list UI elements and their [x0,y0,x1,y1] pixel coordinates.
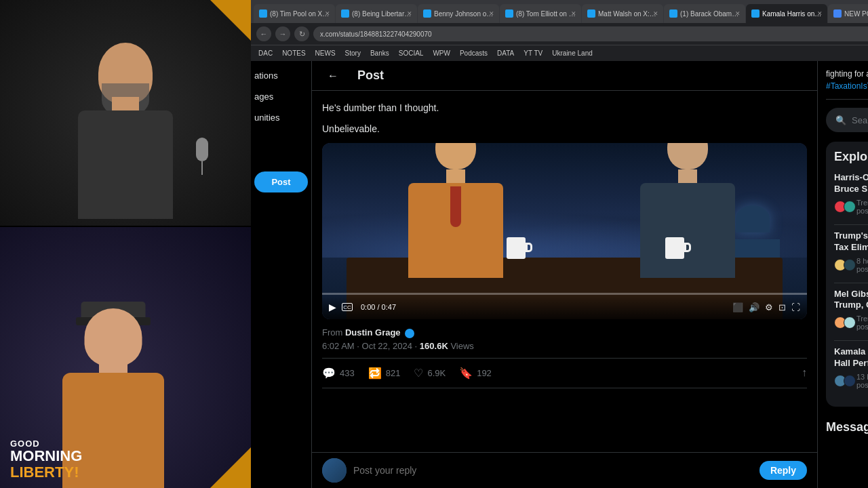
sidebar-item-notifications[interactable]: ations [254,68,308,83]
reload-button[interactable]: ↻ [294,26,309,41]
address-field[interactable]: x.com/status/1848813227404290070 [313,26,868,41]
trending-avatar-4b [844,375,856,387]
reply-icon: 💬 [322,367,336,380]
bookmark-dac[interactable]: DAC [255,47,276,60]
browser-tab-8[interactable]: NEW POD NOTES - Google... ✕ [828,4,868,23]
sidebar-item-communities[interactable]: unities [254,110,308,125]
like-count: 6.9K [427,368,446,378]
trending-item-1[interactable]: Harris-Obama Rally with Bruce Springstee… [834,172,868,215]
trending-meta-row-3: Trending now · Politics · 16 posts [834,314,868,331]
reply-button[interactable]: Reply [760,461,807,480]
bookmark-icon: 🔖 [459,367,473,380]
cc-button[interactable]: CC [342,303,353,311]
reply-action[interactable]: 💬 433 [322,367,355,380]
retweet-icon: 🔁 [368,367,382,380]
trending-headline-1: Harris-Obama Rally with Bruce Springstee… [834,172,868,195]
tab-close-7[interactable]: ✕ [815,9,825,18]
bookmark-banks[interactable]: Banks [367,47,393,60]
fullscreen-icon[interactable]: ⛶ [791,302,800,312]
reply-input[interactable] [353,465,760,476]
mug-left [507,237,527,261]
bookmark-news[interactable]: NEWS [312,47,339,60]
camera-bottom: GOOD MORNING LIBERTY ! [0,227,251,488]
back-button[interactable]: ← [322,65,344,87]
tab-close-6[interactable]: ✕ [733,9,743,18]
trending-meta-4: 13 hours ago · Politics · 55 posts [856,373,868,389]
browser-tab-2[interactable]: (8) Being Libertarian on X... ✕ [336,4,417,23]
retweet-action[interactable]: 🔁 821 [368,367,401,380]
back-nav-button[interactable]: ← [256,26,271,41]
video-container: ▶ CC 0:00 / 0:47 ⬛ 🔊 ⚙ ⊡ [322,143,807,319]
forward-nav-button[interactable]: → [275,26,290,41]
twitter-left-sidebar: ations ages unities Post [251,61,312,488]
person1-body [78,110,173,219]
bookmark-social[interactable]: SOCIAL [395,47,427,60]
bookmark-story[interactable]: Story [342,47,364,60]
volume-icon[interactable]: 🔊 [749,302,760,312]
tv-left-head [435,143,476,169]
post-meta: From Dustin Grage 6:02 AM · Oct 22, 2024… [322,327,807,351]
trending-item-2[interactable]: Trump's Federal Income Tax Elimination P… [834,230,868,273]
bookmark-ukraine[interactable]: Ukraine Land [549,47,595,60]
post-content: He's dumber than I thought. Unbelievable… [312,91,817,405]
bookmark-wpw[interactable]: WPW [429,47,454,60]
trending-item-4[interactable]: Kamala Harris' CNN Town Hall Performance… [834,346,868,389]
post-button[interactable]: Post [254,171,308,192]
settings-icon[interactable]: ⚙ [765,302,773,312]
browser-tab-3[interactable]: Benny Johnson on X: "I Bu... ✕ [418,4,499,23]
logo-morning: MORNING [10,449,82,464]
tab-bar: (8) Tim Pool on X: "Oh, My... ✕ (8) Bein… [251,0,868,23]
mug-body-left [507,237,526,259]
preview-tweet: fighting for a free world. #TaxationIsTh… [826,68,868,100]
search-box[interactable]: 🔍 Search [826,108,868,132]
mug-right [665,237,686,261]
bookmark-yttv[interactable]: YT TV [520,47,546,60]
bookmarks-bar: DAC NOTES NEWS Story Banks SOCIAL WPW Po… [251,45,868,61]
reply-avatar [322,458,347,483]
trending-avatars-3 [834,317,853,329]
bookmark-notes[interactable]: NOTES [279,47,309,60]
tab-close-3[interactable]: ✕ [487,9,496,18]
views-label: Views [450,341,473,351]
browser-chrome: (8) Tim Pool on X: "Oh, My... ✕ (8) Bein… [251,0,868,61]
bookmark-action[interactable]: 🔖 192 [459,367,492,380]
address-text: x.com/status/1848813227404290070 [320,30,432,38]
bookmark-podcasts[interactable]: Podcasts [456,47,491,60]
mug-handle-left [526,243,532,252]
address-bar-row: ← → ↻ x.com/status/1848813227404290070 ☆… [251,23,868,45]
search-placeholder-text: Search [852,115,868,125]
post-scroll-area[interactable]: He's dumber than I thought. Unbelievable… [312,91,817,452]
like-action[interactable]: ♡ 6.9K [414,367,446,380]
tab-close-1[interactable]: ✕ [323,9,332,18]
tab-favicon-7 [751,9,760,18]
browser-tab-6[interactable]: (1) Barack Obama on X: "Th... ✕ [664,4,745,23]
share-action[interactable]: ↑ [802,367,807,379]
browser-tab-7[interactable]: Kamala Harris on X: "Donal... ✕ [746,4,827,23]
bookmark-data[interactable]: DATA [494,47,517,60]
from-prefix: From [322,327,342,338]
caption-icon[interactable]: ⬛ [732,302,743,312]
browser-tab-5[interactable]: Matt Walsh on X: "I can't ... ✕ [582,4,663,23]
tab-favicon-6 [669,9,677,18]
tab-close-4[interactable]: ✕ [569,9,578,18]
trending-avatar-3b [844,317,856,329]
tv-right-head [667,143,708,169]
trending-item-3[interactable]: Mel Gibson Supports Trump, Criticizes Ha… [834,289,868,331]
sidebar-item-messages[interactable]: ages [254,89,308,104]
tab-close-5[interactable]: ✕ [651,9,660,18]
messages-title: Messages [826,415,868,440]
author-name[interactable]: Dustin Grage [345,327,401,338]
pip-icon[interactable]: ⊡ [778,302,786,312]
right-panel: (8) Tim Pool on X: "Oh, My... ✕ (8) Bein… [251,0,868,488]
tab-close-2[interactable]: ✕ [405,9,414,18]
browser-tab-4[interactable]: (8) Tom Elliott on X: "MSN... ✕ [500,4,581,23]
retweet-count: 821 [386,368,401,378]
tab-label-1: (8) Tim Pool on X: "Oh, My... [270,10,330,18]
play-button[interactable]: ▶ [329,302,336,312]
logo-area: GOOD MORNING LIBERTY ! [10,439,82,481]
browser-tab-1[interactable]: (8) Tim Pool on X: "Oh, My... ✕ [254,4,335,23]
reply-box: Reply [312,452,817,488]
time-current: 0:00 [361,303,375,311]
trending-meta-2: 8 hours ago · Politics · 263 posts [856,257,868,273]
left-panel: GOOD MORNING LIBERTY ! [0,0,251,488]
